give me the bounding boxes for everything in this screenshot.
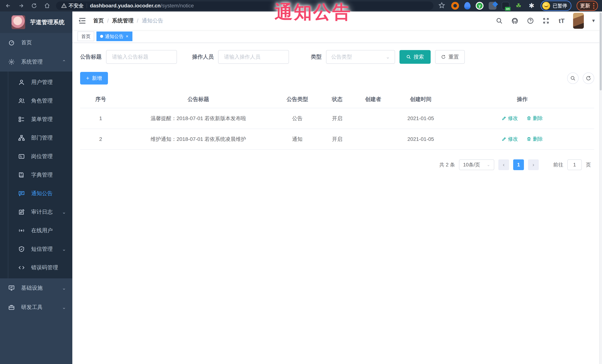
delete-row-button[interactable]: 删除: [527, 115, 543, 122]
chevron-down-icon: ⌄: [62, 304, 66, 310]
fullscreen-icon[interactable]: [542, 17, 550, 25]
browser-forward-icon[interactable]: [17, 2, 25, 10]
type-filter-label: 类型: [311, 53, 322, 61]
goto-page-input[interactable]: [567, 159, 582, 170]
next-page-button[interactable]: ›: [528, 159, 539, 170]
browser-scrollbar[interactable]: [599, 11, 602, 364]
sidebar-item-role-mgmt[interactable]: 角色管理: [0, 92, 72, 110]
breadcrumb-current: 通知公告: [142, 17, 163, 24]
extensions-puzzle-icon[interactable]: ✱: [528, 2, 535, 10]
chevron-up-icon: ⌃: [62, 59, 66, 65]
col-no: 序号: [80, 91, 121, 108]
user-avatar[interactable]: [573, 13, 584, 29]
add-button[interactable]: + 新增: [80, 72, 108, 84]
github-icon[interactable]: [511, 17, 519, 25]
table-toolbar: + 新增: [80, 72, 594, 84]
id-card-icon: [18, 153, 25, 160]
sidebar-item-user-mgmt[interactable]: 用户管理: [0, 73, 72, 92]
trash-icon: [527, 137, 531, 141]
browser-menu-kebab-icon[interactable]: [593, 3, 594, 9]
help-circle-icon[interactable]: [526, 17, 535, 25]
sidebar-item-errcode-mgmt[interactable]: 错误码管理: [0, 258, 72, 277]
extension-blue-pin-icon[interactable]: [464, 2, 471, 10]
address-bar[interactable]: 不安全 dashboard.yudao.iocoder.cn/system/no…: [56, 1, 433, 10]
caret-down-icon[interactable]: ▼: [591, 18, 596, 23]
reset-button[interactable]: 重置: [435, 50, 465, 64]
paused-label: 已暂停: [553, 3, 567, 9]
user-icon: [18, 79, 25, 86]
col-status: 状态: [319, 91, 355, 108]
sidebar-item-notice[interactable]: 通知公告: [0, 184, 72, 203]
tab-home[interactable]: 首页: [77, 31, 94, 41]
not-secure-warning-icon: [61, 3, 67, 9]
text-size-icon[interactable]: tT: [558, 17, 566, 25]
sidebar-item-menu-mgmt[interactable]: 菜单管理: [0, 110, 72, 129]
toggle-search-button[interactable]: [567, 73, 579, 84]
extension-green-icon[interactable]: y: [476, 2, 484, 10]
breadcrumb-home[interactable]: 首页: [93, 17, 104, 24]
sidebar-item-system[interactable]: 系统管理 ⌃: [0, 52, 72, 72]
users-icon: [18, 97, 25, 104]
close-tab-icon[interactable]: ×: [125, 34, 129, 39]
extension-sprout-icon[interactable]: ☘: [515, 2, 522, 10]
top-navbar: 首页 / 系统管理 / 通知公告 tT ▼: [72, 11, 602, 30]
sidebar-item-dept-mgmt[interactable]: 部门管理: [0, 129, 72, 147]
breadcrumb-system[interactable]: 系统管理: [112, 17, 134, 24]
extension-dark-icon[interactable]: on: [502, 2, 509, 10]
page-size-select[interactable]: 10条/页 ⌄: [459, 159, 494, 170]
current-page-button[interactable]: 1: [513, 159, 524, 170]
sidebar-item-sms-mgmt[interactable]: 短信管理 ⌄: [0, 240, 72, 258]
trash-icon: [527, 116, 531, 121]
sidebar-item-post-mgmt[interactable]: 岗位管理: [0, 147, 72, 166]
tab-notice-active[interactable]: 通知公告 ×: [97, 31, 132, 41]
app-logo-row: 芋道管理系统: [0, 11, 72, 33]
col-creator: 创建者: [355, 91, 391, 108]
page-content: 公告标题 操作人员 类型 公告类型 ⌄ 搜索 重置: [72, 43, 602, 364]
navbar-actions: tT ▼: [495, 13, 596, 29]
extension-on-badge: on: [505, 7, 511, 11]
sidebar-item-dev-tools[interactable]: 研发工具 ⌄: [0, 298, 72, 317]
browser-chrome: 不安全 dashboard.yudao.iocoder.cn/system/no…: [0, 0, 602, 11]
sidebar-toggle-icon[interactable]: [78, 16, 87, 25]
profile-paused-chip[interactable]: 已暂停: [541, 0, 571, 11]
extension-diamond-icon[interactable]: [489, 2, 496, 10]
sidebar-item-audit-log[interactable]: 审计日志 ⌄: [0, 203, 72, 221]
search-button[interactable]: 搜索: [399, 50, 431, 64]
type-filter-select[interactable]: 公告类型 ⌄: [326, 50, 395, 64]
prev-page-button[interactable]: ‹: [498, 159, 509, 170]
browser-extensions: y on ☘ ✱ 已暂停 更新: [438, 0, 598, 11]
update-label: 更新: [580, 2, 590, 9]
chevron-down-icon: ⌄: [62, 209, 66, 215]
browser-reload-icon[interactable]: [30, 2, 38, 10]
refresh-table-button[interactable]: [583, 73, 594, 84]
tags-view-bar: 首页 通知公告 ×: [72, 30, 602, 43]
edit-row-button[interactable]: 修改: [502, 115, 518, 122]
app-title: 芋道管理系统: [30, 18, 64, 26]
online-signal-icon: [18, 227, 25, 234]
sidebar-item-home[interactable]: 首页: [0, 33, 72, 52]
search-icon[interactable]: [495, 17, 503, 25]
page-unit-label: 页: [586, 161, 591, 168]
plus-icon: +: [86, 75, 89, 81]
sidebar-item-online-users[interactable]: 在线用户: [0, 221, 72, 240]
notice-table: 序号 公告标题 公告类型 状态 创建者 创建时间 操作 1 温馨提醒：2018-…: [80, 91, 594, 150]
gear-icon: [8, 58, 15, 66]
sidebar-item-dict-mgmt[interactable]: 字典管理: [0, 166, 72, 184]
sidebar: 芋道管理系统 首页 系统管理 ⌃ 用户管理 角色管理 菜单管理: [0, 11, 72, 364]
extension-orange-icon[interactable]: [451, 2, 459, 10]
security-label: 不安全: [69, 2, 84, 9]
title-filter-input[interactable]: [106, 50, 177, 64]
browser-update-button[interactable]: 更新: [577, 1, 598, 11]
sidebar-item-infrastructure[interactable]: 基础设施 ⌄: [0, 278, 72, 298]
book-icon: [18, 171, 25, 179]
edit-square-icon: [18, 208, 25, 216]
bookmark-star-icon[interactable]: [438, 2, 446, 10]
delete-row-button[interactable]: 删除: [527, 136, 543, 142]
url-divider: [86, 3, 87, 8]
browser-home-icon[interactable]: [43, 2, 51, 10]
edit-row-button[interactable]: 修改: [502, 136, 518, 142]
tree-list-icon: [18, 116, 25, 123]
operator-filter-input[interactable]: [218, 50, 289, 64]
scrollbar-thumb[interactable]: [600, 13, 602, 90]
browser-back-icon[interactable]: [4, 2, 12, 10]
